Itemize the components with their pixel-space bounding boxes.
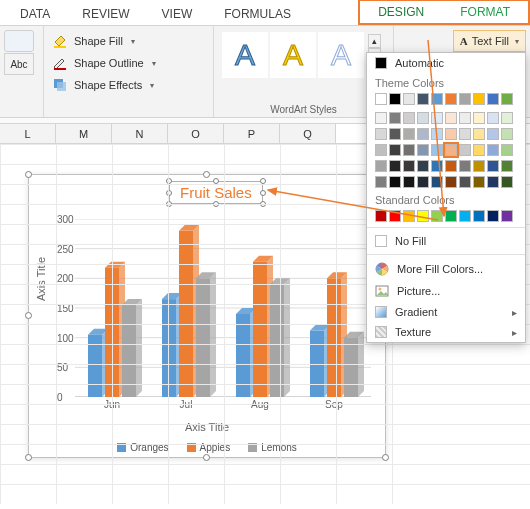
color-swatch[interactable] (417, 128, 429, 140)
color-swatch[interactable] (431, 144, 443, 156)
shape-fill-button[interactable]: Shape Fill▾ (52, 30, 205, 52)
color-swatch[interactable] (501, 160, 513, 172)
color-swatch[interactable] (473, 93, 485, 105)
gradient-fill-item[interactable]: Gradient ▸ (367, 302, 525, 322)
color-swatch[interactable] (403, 144, 415, 156)
color-swatch[interactable] (487, 210, 499, 222)
color-swatch[interactable] (501, 128, 513, 140)
color-swatch[interactable] (375, 210, 387, 222)
picture-fill-item[interactable]: Picture... (367, 280, 525, 302)
color-swatch[interactable] (417, 160, 429, 172)
tab-formulas[interactable]: FORMULAS (208, 2, 307, 25)
color-swatch[interactable] (375, 160, 387, 172)
color-swatch[interactable] (417, 93, 429, 105)
color-swatch[interactable] (389, 210, 401, 222)
color-swatch[interactable] (459, 176, 471, 188)
color-swatch[interactable] (445, 210, 457, 222)
texture-fill-item[interactable]: Texture ▸ (367, 322, 525, 342)
color-swatch[interactable] (417, 210, 429, 222)
color-swatch[interactable] (431, 210, 443, 222)
color-swatch[interactable] (487, 93, 499, 105)
wordart-gallery-up[interactable]: ▴ (368, 34, 381, 48)
color-swatch[interactable] (389, 144, 401, 156)
color-swatch[interactable] (445, 112, 457, 124)
color-swatch[interactable] (459, 144, 471, 156)
color-swatch[interactable] (375, 128, 387, 140)
color-swatch[interactable] (501, 112, 513, 124)
color-swatch[interactable] (431, 176, 443, 188)
col-l[interactable]: L (0, 124, 56, 143)
color-swatch[interactable] (389, 160, 401, 172)
color-swatch[interactable] (445, 176, 457, 188)
color-swatch[interactable] (417, 176, 429, 188)
col-q[interactable]: Q (280, 124, 336, 143)
color-swatch[interactable] (473, 160, 485, 172)
color-swatch[interactable] (487, 160, 499, 172)
wordart-preset-2[interactable]: A (270, 32, 316, 78)
color-swatch[interactable] (487, 128, 499, 140)
color-swatch[interactable] (501, 93, 513, 105)
tab-format[interactable]: FORMAT (442, 1, 528, 23)
color-swatch[interactable] (431, 160, 443, 172)
no-fill-item[interactable]: No Fill (367, 231, 525, 251)
color-swatch[interactable] (389, 112, 401, 124)
tab-review[interactable]: REVIEW (66, 2, 145, 25)
color-swatch[interactable] (403, 112, 415, 124)
resize-handle[interactable] (25, 454, 32, 461)
color-swatch[interactable] (375, 144, 387, 156)
more-fill-colors-item[interactable]: More Fill Colors... (367, 258, 525, 280)
tab-data[interactable]: DATA (4, 2, 66, 25)
color-swatch[interactable] (487, 144, 499, 156)
resize-handle[interactable] (25, 171, 32, 178)
textbox-style-preview[interactable]: Abc (4, 53, 34, 75)
color-swatch[interactable] (459, 128, 471, 140)
color-swatch[interactable] (389, 128, 401, 140)
color-swatch[interactable] (473, 144, 485, 156)
col-n[interactable]: N (112, 124, 168, 143)
color-swatch[interactable] (473, 210, 485, 222)
tab-view[interactable]: VIEW (146, 2, 209, 25)
resize-handle[interactable] (25, 312, 32, 319)
color-swatch[interactable] (431, 93, 443, 105)
color-swatch[interactable] (459, 160, 471, 172)
color-swatch[interactable] (375, 176, 387, 188)
color-swatch[interactable] (445, 144, 457, 156)
color-swatch[interactable] (403, 160, 415, 172)
color-swatch[interactable] (431, 128, 443, 140)
color-swatch[interactable] (375, 93, 387, 105)
automatic-item[interactable]: Automatic (367, 53, 525, 73)
text-fill-button[interactable]: A Text Fill ▾ (453, 30, 526, 52)
color-swatch[interactable] (403, 93, 415, 105)
x-axis-title[interactable]: Axis Title (29, 421, 385, 433)
col-m[interactable]: M (56, 124, 112, 143)
color-swatch[interactable] (431, 112, 443, 124)
col-o[interactable]: O (168, 124, 224, 143)
color-swatch[interactable] (501, 176, 513, 188)
chart-plot-area[interactable] (75, 219, 371, 397)
resize-handle[interactable] (203, 171, 210, 178)
chart-object[interactable]: Fruit Sales Axis Title Axis Title Orange… (28, 174, 386, 458)
color-swatch[interactable] (417, 112, 429, 124)
color-swatch[interactable] (389, 93, 401, 105)
resize-handle[interactable] (382, 454, 389, 461)
col-p[interactable]: P (224, 124, 280, 143)
wordart-preset-1[interactable]: A (222, 32, 268, 78)
wordart-preset-3[interactable]: A (318, 32, 364, 78)
shape-style-preview[interactable] (4, 30, 34, 52)
shape-effects-button[interactable]: Shape Effects▾ (52, 74, 205, 96)
tab-design[interactable]: DESIGN (360, 1, 442, 23)
color-swatch[interactable] (389, 176, 401, 188)
color-swatch[interactable] (473, 128, 485, 140)
color-swatch[interactable] (487, 176, 499, 188)
shape-outline-button[interactable]: Shape Outline▾ (52, 52, 205, 74)
color-swatch[interactable] (501, 210, 513, 222)
resize-handle[interactable] (203, 454, 210, 461)
color-swatch[interactable] (417, 144, 429, 156)
color-swatch[interactable] (375, 112, 387, 124)
color-swatch[interactable] (445, 160, 457, 172)
color-swatch[interactable] (473, 112, 485, 124)
color-swatch[interactable] (403, 128, 415, 140)
color-swatch[interactable] (403, 210, 415, 222)
color-swatch[interactable] (501, 144, 513, 156)
color-swatch[interactable] (459, 112, 471, 124)
